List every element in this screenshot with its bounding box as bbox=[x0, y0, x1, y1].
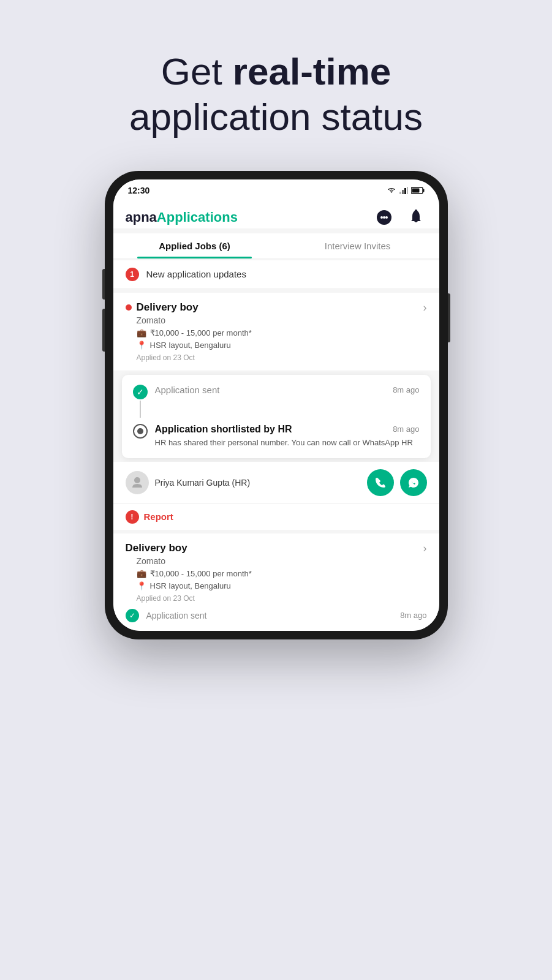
job-card-2[interactable]: Delivery boy Zomato 💼 ₹10,000 - 15,000 p… bbox=[113, 533, 439, 631]
salary-detail-2: 💼 ₹10,000 - 15,000 per month* bbox=[137, 569, 252, 578]
active-indicator bbox=[126, 304, 132, 311]
report-text: Report bbox=[144, 511, 173, 522]
status-sent-label: Application sent bbox=[146, 611, 393, 620]
location-detail-1: 📍 HSR layout, Bengaluru bbox=[137, 341, 252, 350]
salary-icon: 💼 bbox=[137, 328, 146, 337]
status-icons bbox=[387, 187, 425, 194]
whatsapp-button[interactable] bbox=[400, 469, 427, 496]
hr-name: Priya Kumari Gupta (HR) bbox=[155, 478, 251, 488]
status-time: 12:30 bbox=[128, 186, 150, 195]
status-item-sent: ✓ Application sent 8m ago bbox=[133, 385, 420, 419]
status-icon-col-shortlisted bbox=[133, 424, 148, 439]
call-button[interactable] bbox=[367, 469, 394, 496]
chevron-right-icon: › bbox=[423, 301, 427, 314]
radio-inner bbox=[137, 428, 143, 434]
svg-rect-12 bbox=[415, 209, 417, 211]
header-icons bbox=[373, 206, 427, 228]
status-time-shortlisted: 8m ago bbox=[393, 424, 419, 434]
salary-icon-2: 💼 bbox=[137, 569, 146, 578]
svg-marker-0 bbox=[390, 191, 393, 193]
applied-date-1: Applied on 23 Oct bbox=[137, 353, 252, 362]
svg-rect-3 bbox=[404, 188, 406, 194]
hero-line1: Get real-time bbox=[129, 49, 423, 94]
tab-applied-jobs[interactable]: Applied Jobs (6) bbox=[113, 233, 276, 258]
notification-badge: 1 bbox=[126, 268, 139, 281]
svg-rect-6 bbox=[423, 189, 424, 192]
job-card-1[interactable]: Delivery boy Zomato 💼 ₹10,000 - 15,000 p… bbox=[113, 293, 439, 371]
svg-rect-7 bbox=[412, 188, 419, 192]
company-name-1: Zomato bbox=[137, 315, 252, 325]
check-circle-2: ✓ bbox=[126, 609, 139, 622]
svg-rect-4 bbox=[407, 187, 408, 194]
hero-section: Get real-time application status bbox=[129, 49, 423, 140]
salary-detail-1: 💼 ₹10,000 - 15,000 per month* bbox=[137, 328, 252, 337]
job-card-2-header: Delivery boy Zomato 💼 ₹10,000 - 15,000 p… bbox=[126, 542, 427, 603]
status-row-sent: Application sent 8m ago bbox=[155, 385, 420, 395]
contact-buttons bbox=[367, 469, 427, 496]
battery-icon bbox=[411, 187, 425, 194]
logo-applications: Applications bbox=[157, 209, 238, 225]
applied-date-2: Applied on 23 Oct bbox=[137, 594, 252, 603]
svg-point-13 bbox=[134, 477, 140, 483]
status-panel: ✓ Application sent 8m ago bbox=[122, 375, 431, 458]
job-title-row-2: Delivery boy bbox=[126, 542, 252, 554]
hero-line2: application status bbox=[129, 94, 423, 140]
location-icon-2: 📍 bbox=[137, 581, 146, 590]
status-text-shortlisted: Application shortlisted by HR 8m ago HR … bbox=[155, 424, 420, 448]
status-sent-time: 8m ago bbox=[400, 611, 426, 620]
svg-point-9 bbox=[380, 216, 383, 219]
radio-circle-icon bbox=[133, 424, 148, 439]
volume-up-button bbox=[102, 269, 105, 300]
notification-banner[interactable]: 1 New application updates bbox=[113, 260, 439, 289]
job-card-1-header: Delivery boy Zomato 💼 ₹10,000 - 15,000 p… bbox=[126, 301, 427, 362]
svg-rect-2 bbox=[402, 190, 404, 194]
status-description: HR has shared their personal number. You… bbox=[155, 437, 420, 448]
hr-avatar bbox=[126, 471, 149, 494]
notification-text: New application updates bbox=[146, 269, 246, 279]
status-icon-col-sent: ✓ bbox=[133, 385, 148, 419]
chat-icon[interactable] bbox=[373, 206, 395, 228]
status-label-shortlisted: Application shortlisted by HR bbox=[155, 424, 292, 435]
job-title-2: Delivery boy bbox=[126, 542, 187, 554]
app-logo: apnaApplications bbox=[126, 209, 238, 225]
job-title-1: Delivery boy bbox=[137, 301, 198, 314]
status-time-sent: 8m ago bbox=[393, 385, 419, 394]
report-icon: ! bbox=[126, 510, 139, 524]
hr-contact-row: Priya Kumari Gupta (HR) bbox=[113, 462, 439, 503]
hr-info: Priya Kumari Gupta (HR) bbox=[126, 471, 251, 494]
wifi-icon bbox=[387, 187, 396, 194]
status-label-sent: Application sent bbox=[155, 385, 220, 395]
company-name-2: Zomato bbox=[137, 556, 252, 566]
signal-icon bbox=[399, 187, 408, 194]
volume-down-button bbox=[102, 309, 105, 352]
phone-mockup: 12:30 bbox=[105, 171, 448, 639]
check-circle-icon: ✓ bbox=[133, 385, 148, 399]
phone-screen: 12:30 bbox=[113, 179, 439, 631]
tabs-bar: Applied Jobs (6) Interview Invites bbox=[113, 233, 439, 259]
status-bar: 12:30 bbox=[113, 179, 439, 199]
timeline-connector bbox=[140, 401, 141, 418]
status-row-shortlisted: Application shortlisted by HR 8m ago bbox=[155, 424, 420, 435]
location-icon: 📍 bbox=[137, 341, 146, 350]
svg-point-11 bbox=[385, 216, 388, 219]
report-row[interactable]: ! Report bbox=[113, 503, 439, 530]
svg-point-10 bbox=[383, 216, 385, 219]
location-detail-2: 📍 HSR layout, Bengaluru bbox=[137, 581, 252, 590]
status-text-sent: Application sent 8m ago bbox=[155, 385, 420, 395]
logo-apna: apna bbox=[126, 209, 157, 225]
status-sent-row: ✓ Application sent 8m ago bbox=[126, 609, 427, 622]
power-button bbox=[448, 293, 450, 342]
bell-icon[interactable] bbox=[405, 206, 427, 228]
tab-interview-invites[interactable]: Interview Invites bbox=[276, 233, 439, 258]
svg-rect-1 bbox=[399, 192, 401, 194]
app-header: apnaApplications bbox=[113, 199, 439, 228]
chevron-right-icon-2: › bbox=[423, 542, 427, 555]
status-item-shortlisted: Application shortlisted by HR 8m ago HR … bbox=[133, 424, 420, 448]
job-title-row: Delivery boy bbox=[126, 301, 252, 314]
